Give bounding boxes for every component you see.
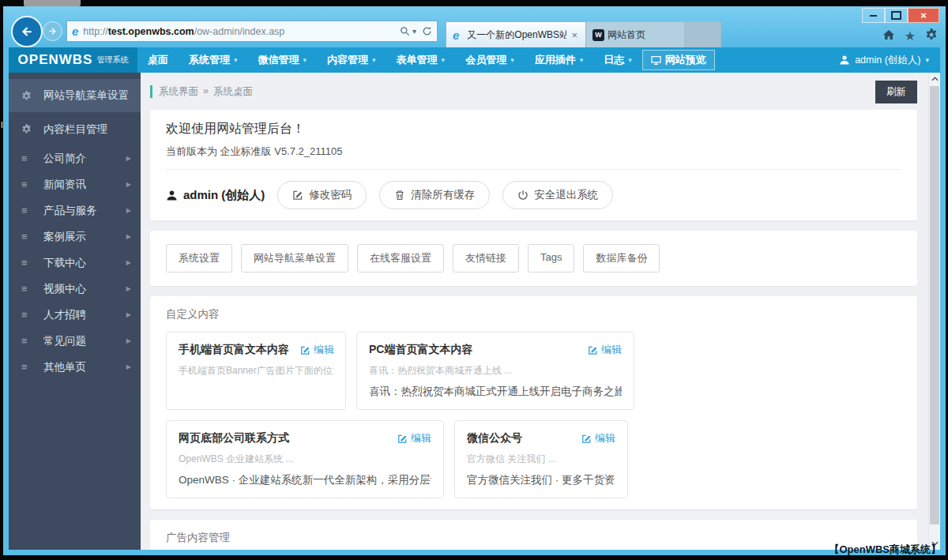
sidebar-item-label: 案例展示 <box>43 230 126 244</box>
settings-gear-icon[interactable] <box>925 28 938 44</box>
sidebar-item-content-category-mgmt[interactable]: 内容栏目管理 <box>9 116 141 142</box>
edit-button[interactable]: 编辑 <box>588 343 622 357</box>
window-maximize-button[interactable] <box>885 8 908 23</box>
custom-card-wechat-account: 微信公众号 编辑 官方微信 关注我们 ... 官方微信关注我们 · 更多干货资讯 <box>454 420 628 498</box>
custom-card-mobile-home-richtext: 手机端首页富文本内容 编辑 手机端首页Banner广告图片下面的位置内容 <box>166 332 346 410</box>
browser-back-button[interactable] <box>11 16 43 47</box>
breadcrumb-section: 系统界面 <box>159 85 198 99</box>
sidebar-item-case-showcase[interactable]: ≡ 案例展示 ▶ <box>9 224 141 250</box>
nav-item-system-mgmt[interactable]: 系统管理▾ <box>179 47 248 73</box>
sidebar-item-faq[interactable]: ≡ 常见问题 ▶ <box>9 328 141 354</box>
sidebar-item-label: 产品与服务 <box>43 204 126 218</box>
quick-link-system-settings[interactable]: 系统设置 <box>166 244 232 272</box>
current-user: admin (创始人) <box>166 188 265 203</box>
chevron-down-icon: ▾ <box>925 56 929 64</box>
nav-item-plugins[interactable]: 应用插件▾ <box>525 47 594 73</box>
chevron-right-icon: ▶ <box>126 337 131 344</box>
quick-link-friend-links[interactable]: 友情链接 <box>453 244 519 272</box>
tab-title: 又一个新的OpenWBS站点 ... <box>467 28 566 42</box>
new-tab-stub[interactable] <box>685 21 721 47</box>
list-icon: ≡ <box>21 257 43 269</box>
browser-tab-inactive[interactable]: W 网站首页 <box>586 21 685 47</box>
site-favicon: W <box>592 29 604 41</box>
sidebar-item-recruitment[interactable]: ≡ 人才招聘 ▶ <box>9 302 141 328</box>
edit-button[interactable]: 编辑 <box>581 431 615 445</box>
chevron-right-icon: ▶ <box>126 155 131 162</box>
home-icon[interactable] <box>882 28 895 44</box>
list-icon: ≡ <box>21 309 43 321</box>
clear-cache-button[interactable]: 清除所有缓存 <box>379 181 490 209</box>
quick-link-nav-menu-settings[interactable]: 网站导航菜单设置 <box>241 244 348 272</box>
maximize-icon <box>891 11 901 20</box>
edit-icon <box>300 345 310 355</box>
welcome-panel: 欢迎使用网站管理后台！ 当前版本为 企业标准版 V5.7.2_211105 ad… <box>150 110 917 220</box>
chevron-right-icon: ▶ <box>126 259 131 266</box>
search-icon[interactable] <box>400 26 410 36</box>
chevron-down-icon: ▾ <box>628 56 632 64</box>
openwbs-logo[interactable]: OPENWBS 管理系统 <box>9 47 137 73</box>
refresh-button[interactable]: 刷新 <box>875 81 917 103</box>
power-icon <box>517 190 529 201</box>
quick-link-tags[interactable]: Tags <box>528 244 574 272</box>
chevron-down-icon: ▾ <box>442 56 446 64</box>
list-icon: ≡ <box>21 152 43 164</box>
edit-button[interactable]: 编辑 <box>397 431 431 445</box>
sidebar-item-download-center[interactable]: ≡ 下载中心 ▶ <box>9 250 141 276</box>
sidebar-item-company-profile[interactable]: ≡ 公司简介 ▶ <box>9 145 141 171</box>
quick-link-db-backup[interactable]: 数据库备份 <box>583 244 660 272</box>
vertical-scrollbar[interactable] <box>928 73 940 550</box>
user-avatar-icon <box>839 54 850 66</box>
section-title: 广告内容管理 <box>166 531 901 545</box>
chevron-down-icon: ▾ <box>234 56 238 64</box>
chevron-down-icon: ▾ <box>372 56 376 64</box>
browser-tab-active[interactable]: e 又一个新的OpenWBS站点 ... × <box>446 21 586 47</box>
change-password-button[interactable]: 修改密码 <box>277 181 367 209</box>
edit-button[interactable]: 编辑 <box>300 343 334 357</box>
edit-icon <box>292 190 303 201</box>
card-row: 网页底部公司联系方式 编辑 OpenWBS 企业建站系统 ... OpenWBS… <box>166 420 901 498</box>
custom-card-footer-contact: 网页底部公司联系方式 编辑 OpenWBS 企业建站系统 ... OpenWBS… <box>166 420 444 498</box>
nav-item-logs[interactable]: 日志▾ <box>593 47 642 73</box>
card-title: 网页底部公司联系方式 <box>179 431 289 445</box>
tab-strip: e 又一个新的OpenWBS站点 ... × W 网站首页 <box>446 20 721 47</box>
breadcrumb-separator: » <box>203 85 209 99</box>
browser-forward-button[interactable] <box>43 21 62 41</box>
logout-button[interactable]: 安全退出系统 <box>502 181 613 209</box>
chevron-down-icon: ▾ <box>510 56 514 64</box>
chevron-down-icon[interactable]: ▾ <box>412 27 416 36</box>
sidebar-item-label: 内容栏目管理 <box>43 122 131 137</box>
sidebar-item-products-services[interactable]: ≡ 产品与服务 ▶ <box>9 197 141 224</box>
nav-item-wechat-mgmt[interactable]: 微信管理▾ <box>248 47 318 73</box>
scrollbar-thumb[interactable] <box>930 86 939 524</box>
scroll-up-arrow[interactable] <box>929 73 940 85</box>
address-bar[interactable]: e http://test.openwbs.com/ow-admin/index… <box>66 21 438 42</box>
monitor-icon <box>651 55 661 66</box>
window-minimize-button[interactable] <box>862 8 885 23</box>
ad-content-panel: 广告内容管理 【PC端】首页banner 编辑 广告正常运行中 <box>150 520 917 550</box>
card-row: 手机端首页富文本内容 编辑 手机端首页Banner广告图片下面的位置内容 PC端… <box>166 332 901 410</box>
sidebar-item-video-center[interactable]: ≡ 视频中心 ▶ <box>9 276 141 302</box>
list-icon: ≡ <box>21 335 43 347</box>
gear-icon <box>21 124 43 134</box>
nav-item-desktop[interactable]: 桌面 <box>137 47 179 73</box>
favorites-star-icon[interactable]: ★ <box>905 30 916 43</box>
nav-item-site-preview[interactable]: 网站预览 <box>642 50 715 70</box>
quick-link-online-service[interactable]: 在线客服设置 <box>357 244 444 272</box>
nav-item-member-mgmt[interactable]: 会员管理▾ <box>455 47 525 73</box>
sidebar-item-nav-menu-settings[interactable]: 网站导航菜单设置 <box>9 79 141 112</box>
card-description: OpenWBS 企业建站系统 ... <box>179 453 431 466</box>
tab-close-icon[interactable]: × <box>570 29 579 41</box>
quick-links-row: 系统设置 网站导航菜单设置 在线客服设置 友情链接 Tags 数据库备份 <box>166 242 901 275</box>
sidebar-item-other-pages[interactable]: ≡ 其他单页 ▶ <box>9 354 141 380</box>
window-close-button[interactable]: × <box>908 8 939 23</box>
url-text: http://test.openwbs.com/ow-admin/index.a… <box>83 26 394 37</box>
sidebar-item-news[interactable]: ≡ 新闻资讯 ▶ <box>9 171 141 197</box>
list-icon: ≡ <box>21 361 43 373</box>
forward-arrow-icon <box>47 26 58 36</box>
chevron-down-icon: ▾ <box>580 56 584 64</box>
nav-item-content-mgmt[interactable]: 内容管理▾ <box>317 47 386 73</box>
refresh-icon[interactable] <box>422 26 432 36</box>
user-action-row: admin (创始人) 修改密码 清除所有缓存 安全退出系统 <box>166 170 901 209</box>
user-menu[interactable]: admin (创始人) ▾ <box>839 47 940 73</box>
nav-item-form-mgmt[interactable]: 表单管理▾ <box>386 47 456 73</box>
